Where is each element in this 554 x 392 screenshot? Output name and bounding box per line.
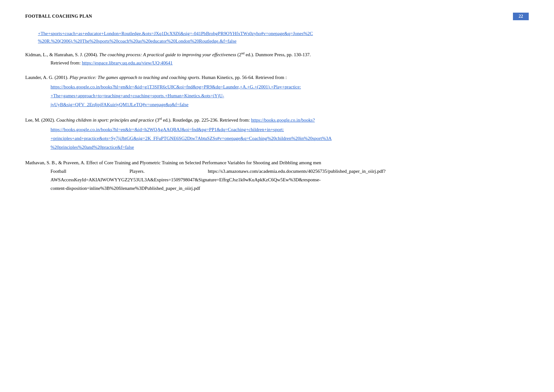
lee-edition-pre: (3 (154, 118, 159, 123)
launder-author: Launder, A. G. (2001). (25, 75, 69, 80)
jones-link-block: +The+sports+coach+as+educator+London+Rou… (25, 30, 529, 45)
lee-url-line3[interactable]: %20principles%20and%20practice&f=false (51, 143, 529, 151)
jones-url-line2[interactable]: %20R.%20(2006).%20The%20sports%20coach%2… (38, 37, 529, 45)
jones-url-line1[interactable]: +The+sports+coach+as+educator+London+Rou… (38, 30, 529, 37)
launder-title: Play practice: The games approach to tea… (69, 75, 199, 80)
page-header: FOOTBALL COACHING PLAN 22 (25, 13, 529, 20)
lee-url-inline[interactable]: https://books.google.co.in/books? (251, 118, 315, 123)
kidman-title: The coaching process: A practical guide … (99, 52, 236, 57)
lee-author: Lee, M. (2002). (25, 118, 56, 123)
kidman-superscript: nd (241, 51, 244, 55)
lee-ref-text: Lee, M. (2002). Coaching children in spo… (25, 116, 529, 124)
launder-url-block: https://books.google.co.in/books?hl=en&l… (25, 83, 529, 108)
mathavan-line3: AWSAccessKeyId=AKIAIWOWYYGZ2Y53UL3A&Expi… (25, 176, 529, 184)
mathavan-football-label: Football (51, 167, 66, 176)
page-number: 22 (513, 13, 529, 20)
lee-url-line1[interactable]: https://books.google.co.in/books?hl=en&l… (51, 126, 529, 133)
kidman-edition-post: ed.). Dunmore Press, pp. 130-137. (244, 52, 311, 57)
launder-url-line3[interactable]: jvUyB&sig=QFV_2ErdjpjFAKuiriyQM1JLeTQ#v=… (51, 101, 529, 108)
lee-url-block: https://books.google.co.in/books?hl=en&l… (25, 126, 529, 151)
document-title: FOOTBALL COACHING PLAN (25, 14, 92, 19)
lee-url-line2[interactable]: +principles+and+practice&ots=Sy7jiJhtGG&… (51, 135, 529, 142)
mathavan-content-line: content-disposition=inline%3B%20filename… (51, 186, 200, 191)
mathavan-line2: Football Players. https://s3.amazonaws.c… (25, 167, 529, 176)
mathavan-aws-line: AWSAccessKeyId=AKIAIWOWYYGZ2Y53UL3A&Expi… (51, 177, 321, 182)
kidman-ref-text: Kidman, L., & Hanrahan, S. J. (2004). Th… (25, 51, 529, 59)
launder-publisher: . Human Kinetics, pp. 56-64. Retrieved f… (199, 75, 287, 80)
kidman-edition-pre: (2 (236, 52, 241, 57)
mathavan-line4: content-disposition=inline%3B%20filename… (25, 184, 529, 193)
launder-ref-text: Launder, A. G. (2001). Play practice: Th… (25, 73, 529, 82)
kidman-retrieved-label: Retrieved from: (51, 60, 82, 65)
mathavan-reference: Mathavan, S. B., & Praveen, A. Effect of… (25, 159, 529, 193)
kidman-author: Kidman, L., & Hanrahan, S. J. (2004). (25, 52, 99, 57)
mathavan-url-start: https://s3.amazonaws.com/academia.edu.do… (208, 167, 386, 176)
launder-url-line1[interactable]: https://books.google.co.in/books?hl=en&l… (51, 83, 529, 91)
page: FOOTBALL COACHING PLAN 22 +The+sports+co… (0, 0, 554, 392)
launder-url-line2[interactable]: +The+games+approach+to+teaching+and+coac… (51, 92, 529, 100)
references-content: +The+sports+coach+as+educator+London+Rou… (25, 30, 529, 193)
launder-reference: Launder, A. G. (2001). Play practice: Th… (25, 73, 529, 108)
lee-title: Coaching children in sport: principles a… (56, 118, 154, 123)
lee-edition-post: ed.). Routledge, pp. 225-236. Retrieved … (162, 118, 251, 123)
kidman-url[interactable]: https://espace.library.uq.edu.au/view/UQ… (82, 60, 172, 65)
kidman-retrieved: Retrieved from: https://espace.library.u… (25, 60, 529, 66)
lee-reference: Lee, M. (2002). Coaching children in spo… (25, 116, 529, 151)
mathavan-line1: Mathavan, S. B., & Praveen, A. Effect of… (25, 159, 529, 167)
mathavan-players-label: Players. (129, 167, 145, 176)
kidman-reference: Kidman, L., & Hanrahan, S. J. (2004). Th… (25, 51, 529, 66)
